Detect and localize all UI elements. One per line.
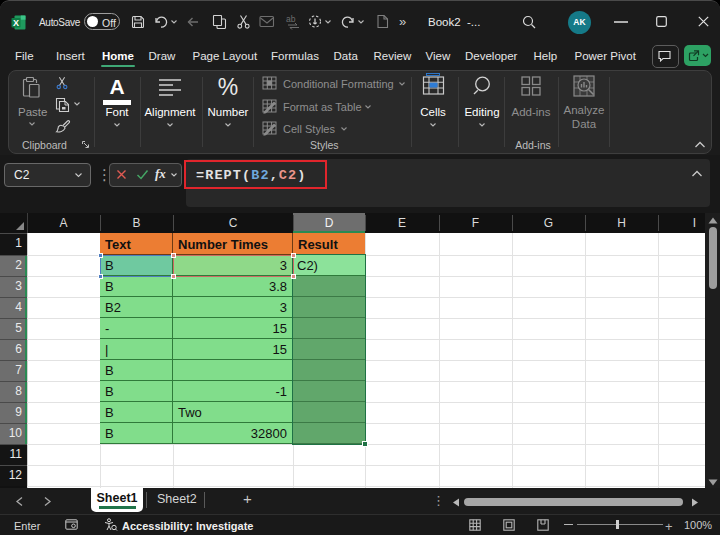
svg-text:X: X bbox=[13, 18, 19, 28]
svg-text:ab: ab bbox=[286, 14, 296, 24]
